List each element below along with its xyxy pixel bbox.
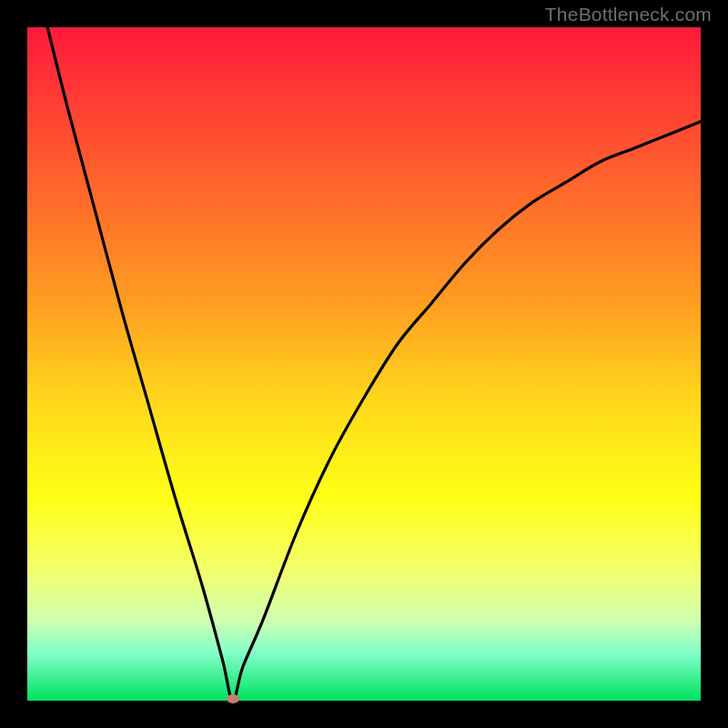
watermark-text: TheBottleneck.com <box>545 4 712 25</box>
plot-area <box>27 27 701 701</box>
chart-frame: TheBottleneck.com <box>0 0 728 728</box>
bottleneck-curve <box>27 27 701 701</box>
minimum-marker <box>227 694 239 703</box>
